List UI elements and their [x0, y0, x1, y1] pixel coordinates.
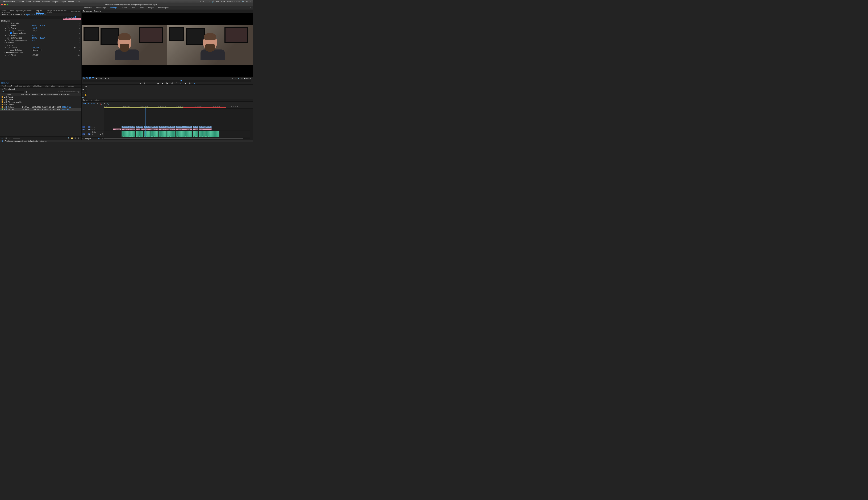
- menu-fichier[interactable]: Fichier: [19, 1, 24, 3]
- rate-stretch-tool[interactable]: ⤡: [85, 88, 87, 90]
- clip[interactable]: ▏P101: [199, 128, 212, 130]
- multicam-feed-2[interactable]: [167, 25, 253, 65]
- snap-icon[interactable]: ⁋: [97, 103, 98, 104]
- new-bin-icon[interactable]: 📁: [71, 137, 73, 139]
- keyframe-toggle-rotation[interactable]: [8, 35, 10, 36]
- reset-antiflicker-icon[interactable]: ↺: [79, 39, 80, 41]
- project-item[interactable]: ▸ Éléments graphiques comm: [0, 101, 81, 103]
- col-end[interactable]: Fin du média: [41, 93, 50, 95]
- zoom-tool[interactable]: 🔍: [82, 96, 84, 99]
- keyframe-nav-opacity[interactable]: ◂ ◆ ▸: [72, 47, 77, 49]
- reset-opacity-effect-icon[interactable]: ↺: [79, 42, 80, 44]
- page-indicator[interactable]: Page 1: [99, 77, 103, 79]
- audio-clip[interactable]: Cm1: [205, 131, 219, 137]
- ripple-edit-tool[interactable]: ⇄: [82, 88, 84, 90]
- clip[interactable]: ▏P1190782: [136, 126, 144, 128]
- effect-breadcrumb-master[interactable]: Principal * P1010192.MOV: [2, 14, 22, 16]
- clip[interactable]: ▏P1010187: [122, 128, 129, 130]
- menubar-backup-icon[interactable]: ↻: [206, 1, 207, 3]
- step-back-button[interactable]: ◀|: [157, 82, 159, 84]
- button-editor-icon[interactable]: ＋: [249, 82, 251, 84]
- prop-rotation-value[interactable]: 0,0: [33, 35, 35, 36]
- keyframe-toggle-speed[interactable]: [8, 54, 10, 56]
- prop-scale-value[interactable]: 100,0: [33, 27, 37, 29]
- project-item[interactable]: ▸ Synced24,00 i/s00:00:00:00 01:47:48:01…: [0, 108, 81, 111]
- clip[interactable]: ▏P1190797: [122, 126, 129, 128]
- workspace-montage[interactable]: Montage: [110, 7, 117, 9]
- mark-clip-button[interactable]: }: [148, 82, 150, 84]
- delete-icon[interactable]: 🗑: [78, 137, 80, 139]
- timeline-settings-icon[interactable]: 🔧: [107, 103, 109, 104]
- page-next-icon[interactable]: ▸: [108, 77, 109, 79]
- auto-sequence-icon[interactable]: ≔: [64, 137, 66, 139]
- go-to-in-button[interactable]: |←: [152, 82, 155, 84]
- menu-aide[interactable]: Aide: [76, 1, 80, 3]
- tab-libraries[interactable]: Bibliothèques: [33, 85, 42, 87]
- menu-element[interactable]: Élément: [33, 1, 40, 3]
- audio-clip[interactable]: Cm1: [129, 131, 135, 137]
- menu-images[interactable]: Images: [60, 1, 66, 3]
- workspace-overflow-icon[interactable]: »: [250, 7, 251, 9]
- prop-anchor-x[interactable]: 2048,0: [32, 37, 37, 39]
- audio-clip[interactable]: Cm1: [159, 131, 167, 137]
- lift-button[interactable]: ⤒: [175, 82, 177, 84]
- prop-position-x[interactable]: 2048,0: [32, 25, 37, 27]
- keyframe-toggle-anchor[interactable]: [7, 37, 9, 39]
- prop-antiflicker-value[interactable]: 0,00: [33, 39, 36, 41]
- tab-audio-mixer[interactable]: Mixage des éléments audio : Synced: [47, 10, 68, 13]
- twirl-trajectoire[interactable]: ▾: [4, 22, 5, 24]
- twirl-rotation[interactable]: ▸: [5, 35, 7, 36]
- spotlight-icon[interactable]: 🔍: [242, 1, 244, 3]
- tab-infos[interactable]: Infos: [45, 85, 49, 87]
- col-in[interactable]: Point d'entrée vidé: [61, 93, 70, 95]
- track-header-a1[interactable]: A1A1Audio 1◉ ─────MS: [82, 131, 104, 138]
- keyframe-toggle-antiflicker[interactable]: [8, 39, 10, 41]
- reset-rotation-icon[interactable]: ↺: [79, 35, 80, 36]
- reset-opacity-icon[interactable]: ↺: [79, 47, 80, 49]
- prop-anchor-y[interactable]: 1080,0: [40, 37, 45, 39]
- clip[interactable]: ▏P1190790: [184, 126, 192, 128]
- track-v2[interactable]: ▏P1190797▏P1190780▏P1190782▏P1190783▏P11…: [104, 126, 250, 128]
- prop-opacity-value[interactable]: 100,0 %: [33, 47, 39, 49]
- audio-clip[interactable]: Cm1: [144, 131, 150, 137]
- blend-mode-select[interactable]: Normal: [32, 49, 42, 51]
- find-icon[interactable]: 🔍: [68, 137, 70, 139]
- notification-center-icon[interactable]: ☰: [250, 1, 251, 3]
- clip[interactable]: ▏P1190792: [199, 126, 205, 128]
- effect-motion-label[interactable]: Trajectoire: [11, 22, 32, 24]
- track-v1[interactable]: ▏P1010185▏P1010187▏P1010188▏P1010189▏P10…: [104, 128, 250, 131]
- audio-clip[interactable]: Cm1: [136, 131, 144, 137]
- reset-scale-width-icon[interactable]: ↺: [79, 30, 80, 32]
- clip[interactable]: ▏P1190784: [151, 126, 158, 128]
- timeline-h-scrollbar[interactable]: [104, 137, 250, 139]
- page-prev-icon[interactable]: ◂: [96, 77, 97, 79]
- twirl-scale[interactable]: ▸: [5, 27, 7, 29]
- timeline-playhead[interactable]: [145, 109, 146, 137]
- reset-blend-icon[interactable]: ↺: [79, 49, 80, 51]
- keyframe-toggle-opacity[interactable]: [8, 47, 10, 48]
- clip[interactable]: ▏P1010188: [129, 128, 135, 130]
- project-item[interactable]: ▸ Multicam24,00 i/s00:00:00:00 01:36:33:…: [0, 106, 81, 108]
- selection-tool[interactable]: ▸: [82, 85, 84, 88]
- uniform-scale-checkbox[interactable]: [10, 32, 12, 34]
- icon-view-icon[interactable]: ▦: [5, 137, 8, 139]
- tab-effect-options[interactable]: Options d'effet: [36, 10, 44, 14]
- track-header-v2[interactable]: V2V2👁▭: [82, 126, 104, 128]
- clip[interactable]: ▏P1010189: [136, 128, 140, 130]
- twirl-antiflicker[interactable]: ▸: [5, 39, 7, 41]
- slip-tool[interactable]: ↔: [85, 91, 87, 93]
- zoom-level-select[interactable]: 1/2: [230, 77, 233, 79]
- tab-markers[interactable]: Marques: [58, 85, 64, 87]
- timeline-ruler[interactable]: :00:0000:15:00:0000:30:00:0000:45:00:000…: [104, 105, 253, 109]
- col-dur[interactable]: Durée du média: [51, 93, 60, 95]
- menubar-volume-icon[interactable]: 🔊: [212, 1, 214, 3]
- keyframe-toggle-position[interactable]: [7, 25, 9, 26]
- extract-button[interactable]: ⤓: [180, 82, 182, 84]
- window-zoom-button[interactable]: [7, 4, 8, 5]
- window-close-button[interactable]: [1, 4, 3, 5]
- menubar-user[interactable]: Nicolas Guilbert: [227, 1, 240, 3]
- page-dropdown-icon[interactable]: ▾: [105, 77, 106, 79]
- clip[interactable]: ▏P1190783: [144, 126, 150, 128]
- zoom-dropdown-icon[interactable]: ▾: [235, 77, 236, 79]
- audio-clip[interactable]: Cm1: [167, 131, 175, 137]
